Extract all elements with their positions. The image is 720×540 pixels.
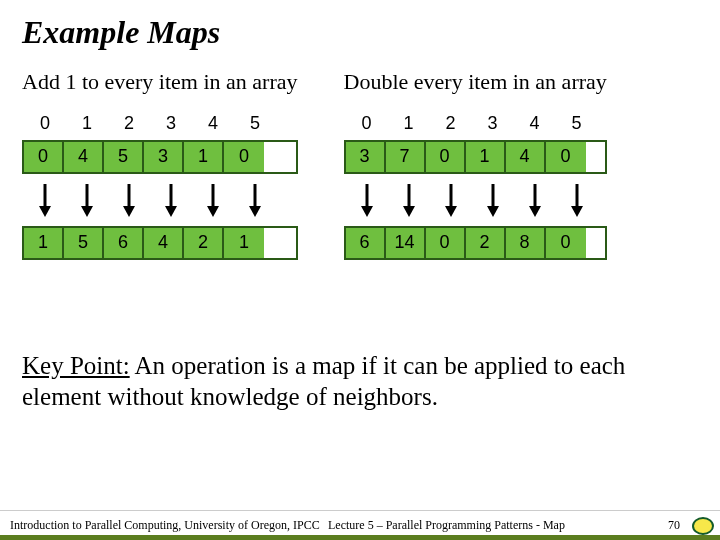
down-arrow-icon <box>570 182 584 218</box>
example-add1: Add 1 to every item in an array 0 1 2 3 … <box>22 69 298 260</box>
index-cell: 0 <box>24 113 66 134</box>
svg-marker-3 <box>81 206 93 217</box>
array-cell: 0 <box>426 142 466 172</box>
down-arrow-icon <box>248 182 262 218</box>
array-cell: 1 <box>224 228 264 258</box>
svg-marker-15 <box>403 206 415 217</box>
array-after: 6 14 0 2 8 0 <box>344 226 607 260</box>
footer-accent-bar <box>0 535 720 540</box>
index-cell: 2 <box>430 113 472 134</box>
array-cell: 1 <box>184 142 224 172</box>
array-cell: 4 <box>506 142 546 172</box>
index-row: 0 1 2 3 4 5 <box>24 113 298 134</box>
down-arrow-icon <box>122 182 136 218</box>
svg-marker-11 <box>249 206 261 217</box>
svg-marker-9 <box>207 206 219 217</box>
array-before: 0 4 5 3 1 0 <box>22 140 298 174</box>
array-cell: 4 <box>64 142 104 172</box>
example-subtitle: Add 1 to every item in an array <box>22 69 298 95</box>
down-arrow-icon <box>80 182 94 218</box>
array-cell: 1 <box>466 142 506 172</box>
svg-marker-7 <box>165 206 177 217</box>
array-cell: 0 <box>546 142 586 172</box>
down-arrow-icon <box>164 182 178 218</box>
svg-marker-1 <box>39 206 51 217</box>
array-cell: 0 <box>546 228 586 258</box>
array-cell: 1 <box>24 228 64 258</box>
examples-row: Add 1 to every item in an array 0 1 2 3 … <box>22 69 698 260</box>
key-point-label: Key Point: <box>22 352 130 379</box>
index-cell: 2 <box>108 113 150 134</box>
array-cell: 6 <box>104 228 144 258</box>
array-cell: 5 <box>64 228 104 258</box>
array-cell: 0 <box>426 228 466 258</box>
array-cell: 2 <box>184 228 224 258</box>
example-subtitle: Double every item in an array <box>344 69 607 95</box>
footer-page-number: 70 <box>646 518 686 533</box>
down-arrow-icon <box>486 182 500 218</box>
array-before: 3 7 0 1 4 0 <box>344 140 607 174</box>
array-cell: 3 <box>144 142 184 172</box>
down-arrow-icon <box>528 182 542 218</box>
down-arrow-icon <box>402 182 416 218</box>
index-cell: 3 <box>150 113 192 134</box>
svg-marker-21 <box>529 206 541 217</box>
arrow-row <box>346 182 607 218</box>
down-arrow-icon <box>38 182 52 218</box>
index-cell: 5 <box>234 113 276 134</box>
down-arrow-icon <box>444 182 458 218</box>
array-cell: 5 <box>104 142 144 172</box>
index-row: 0 1 2 3 4 5 <box>346 113 607 134</box>
arrow-row <box>24 182 298 218</box>
array-cell: 3 <box>346 142 386 172</box>
array-cell: 2 <box>466 228 506 258</box>
index-cell: 4 <box>192 113 234 134</box>
example-double: Double every item in an array 0 1 2 3 4 … <box>344 69 607 260</box>
svg-marker-13 <box>361 206 373 217</box>
array-cell: 14 <box>386 228 426 258</box>
svg-marker-17 <box>445 206 457 217</box>
index-cell: 0 <box>346 113 388 134</box>
footer-left: Introduction to Parallel Computing, Univ… <box>0 518 328 533</box>
svg-marker-5 <box>123 206 135 217</box>
slide-title: Example Maps <box>22 14 698 51</box>
array-after: 1 5 6 4 2 1 <box>22 226 298 260</box>
svg-marker-23 <box>571 206 583 217</box>
svg-marker-19 <box>487 206 499 217</box>
index-cell: 1 <box>66 113 108 134</box>
array-cell: 6 <box>346 228 386 258</box>
key-point: Key Point: An operation is a map if it c… <box>22 350 698 413</box>
uo-logo-icon <box>686 517 720 535</box>
index-cell: 1 <box>388 113 430 134</box>
array-cell: 8 <box>506 228 546 258</box>
array-cell: 7 <box>386 142 426 172</box>
footer-mid: Lecture 5 – Parallel Programming Pattern… <box>328 518 646 533</box>
array-cell: 0 <box>24 142 64 172</box>
down-arrow-icon <box>206 182 220 218</box>
down-arrow-icon <box>360 182 374 218</box>
index-cell: 5 <box>556 113 598 134</box>
index-cell: 4 <box>514 113 556 134</box>
index-cell: 3 <box>472 113 514 134</box>
array-cell: 0 <box>224 142 264 172</box>
array-cell: 4 <box>144 228 184 258</box>
